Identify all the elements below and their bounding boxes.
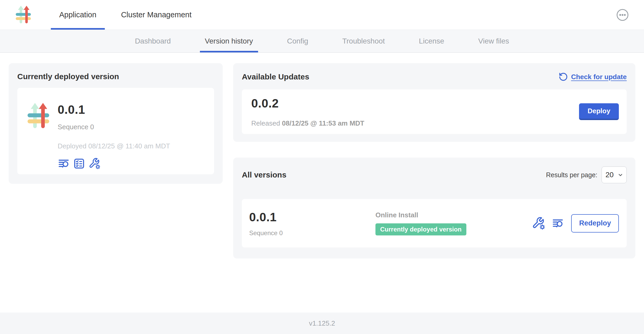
currently-deployed-card: Currently deployed version bbox=[9, 63, 223, 184]
footer: v1.125.2 bbox=[0, 313, 644, 334]
results-per-page: Results per page: 20 bbox=[546, 166, 627, 183]
logs-icon[interactable] bbox=[58, 158, 70, 170]
all-versions-title: All versions bbox=[242, 170, 286, 179]
right-column: Available Updates Check for update bbox=[233, 63, 635, 258]
tab-cluster-management[interactable]: Cluster Management bbox=[113, 0, 200, 30]
main-content: Currently deployed version bbox=[0, 53, 644, 313]
update-info: 0.0.2 Released 08/12/25 @ 11:53 am MDT bbox=[251, 96, 364, 127]
results-per-page-label: Results per page: bbox=[546, 171, 597, 179]
deployed-version-number: 0.0.1 bbox=[58, 103, 170, 117]
subnav-tab-config-label: Config bbox=[287, 37, 308, 45]
subnav-tab-config[interactable]: Config bbox=[282, 30, 313, 52]
header-right bbox=[616, 0, 644, 30]
update-version-number: 0.0.2 bbox=[251, 96, 364, 110]
app-subnav: Dashboard Version history Config Trouble… bbox=[0, 30, 644, 53]
row-sequence: Sequence 0 bbox=[249, 229, 375, 237]
row-version-number: 0.0.1 bbox=[249, 210, 375, 224]
results-per-page-select[interactable]: 20 bbox=[602, 166, 627, 183]
update-released-line: Released 08/12/25 @ 11:53 am MDT bbox=[251, 119, 364, 127]
chevron-down-icon bbox=[617, 171, 624, 178]
available-updates-title: Available Updates bbox=[242, 72, 309, 81]
check-for-update-link[interactable]: Check for update bbox=[559, 72, 627, 82]
released-timestamp: 08/12/25 @ 11:53 am MDT bbox=[282, 119, 364, 127]
arrows-logo-icon bbox=[15, 5, 32, 25]
app-logo-icon bbox=[15, 5, 32, 25]
all-versions-card: All versions Results per page: 20 bbox=[233, 158, 635, 258]
admin-console: Application Cluster Management Dashboard… bbox=[0, 0, 644, 334]
tab-application-label: Application bbox=[59, 10, 96, 19]
deploy-button[interactable]: Deploy bbox=[579, 103, 619, 120]
tab-application[interactable]: Application bbox=[51, 0, 105, 30]
version-row-info: 0.0.1 Sequence 0 bbox=[249, 210, 375, 237]
preflight-checks-icon[interactable] bbox=[73, 158, 85, 170]
subnav-tab-view-files-label: View files bbox=[478, 37, 509, 45]
currently-deployed-title: Currently deployed version bbox=[17, 72, 214, 81]
subnav-tab-dashboard-label: Dashboard bbox=[135, 37, 171, 45]
console-version: v1.125.2 bbox=[309, 319, 335, 327]
subnav-tab-version-history-label: Version history bbox=[205, 37, 253, 45]
subnav-tab-license-label: License bbox=[419, 37, 444, 45]
deployed-version-info: 0.0.1 Sequence 0 Deployed 08/12/25 @ 11:… bbox=[58, 96, 170, 166]
update-row: 0.0.2 Released 08/12/25 @ 11:53 am MDT D… bbox=[242, 89, 627, 134]
deployed-version-panel: 0.0.1 Sequence 0 Deployed 08/12/25 @ 11:… bbox=[17, 88, 214, 174]
status-badge: Currently deployed version bbox=[375, 223, 466, 235]
subnav-tab-dashboard[interactable]: Dashboard bbox=[130, 30, 176, 52]
subnav-tab-troubleshoot-label: Troubleshoot bbox=[342, 37, 385, 45]
overflow-menu-button[interactable] bbox=[616, 9, 629, 21]
subnav-tab-version-history[interactable]: Version history bbox=[200, 30, 258, 52]
redeploy-button[interactable]: Redeploy bbox=[571, 214, 619, 233]
config-icon[interactable] bbox=[89, 158, 101, 170]
ellipsis-icon bbox=[616, 9, 629, 21]
subnav-tab-view-files[interactable]: View files bbox=[473, 30, 514, 52]
top-nav: Application Cluster Management bbox=[0, 0, 644, 30]
subnav-tab-license[interactable]: License bbox=[414, 30, 449, 52]
version-row: 0.0.1 Sequence 0 Online Install Currentl… bbox=[242, 199, 627, 247]
app-logo bbox=[27, 103, 51, 130]
config-icon[interactable] bbox=[532, 217, 545, 230]
check-for-update-label: Check for update bbox=[571, 73, 627, 81]
released-prefix: Released bbox=[251, 119, 280, 127]
deployed-action-icons bbox=[58, 158, 170, 170]
top-nav-tabs: Application Cluster Management bbox=[51, 0, 200, 30]
version-row-actions: Redeploy bbox=[532, 214, 619, 233]
tab-cluster-management-label: Cluster Management bbox=[121, 10, 192, 19]
version-row-status: Online Install Currently deployed versio… bbox=[375, 211, 532, 235]
deployed-sequence: Sequence 0 bbox=[58, 123, 170, 131]
logs-icon[interactable] bbox=[552, 217, 564, 229]
subnav-tab-troubleshoot[interactable]: Troubleshoot bbox=[337, 30, 390, 52]
refresh-icon[interactable] bbox=[559, 72, 568, 82]
available-updates-card: Available Updates Check for update bbox=[233, 63, 635, 142]
results-per-page-value: 20 bbox=[605, 171, 614, 179]
install-type-label: Online Install bbox=[375, 211, 532, 219]
deployed-timestamp: Deployed 08/12/25 @ 11:40 am MDT bbox=[58, 142, 170, 150]
arrows-logo-icon bbox=[27, 103, 51, 130]
